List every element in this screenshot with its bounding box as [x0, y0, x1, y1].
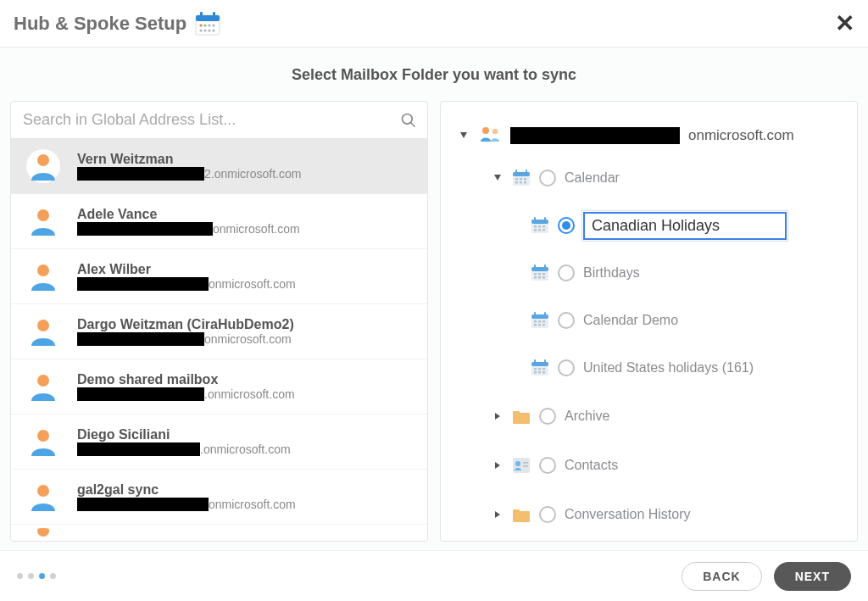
avatar [26, 528, 60, 541]
person-row[interactable]: Alex Wilber onmicrosoft.com [11, 249, 427, 304]
step-dot [39, 573, 45, 579]
avatar [26, 204, 60, 238]
person-email-domain: onmicrosoft.com [213, 222, 300, 236]
person-email-domain: onmicrosoft.com [209, 498, 296, 511]
search-bar [11, 102, 427, 139]
folder-node[interactable]: Contacts [458, 441, 840, 490]
people-icon [478, 125, 502, 147]
redacted-text [77, 498, 209, 511]
search-input[interactable] [21, 110, 400, 130]
folder-label: Contacts [565, 458, 618, 473]
person-row[interactable]: Demo shared mailbox .onmicrosoft.com [11, 359, 427, 415]
close-button[interactable]: ✕ [835, 9, 854, 37]
avatar [26, 314, 60, 348]
person-row[interactable]: Vern Weitzman 2.onmicrosoft.com [11, 139, 427, 194]
redacted-text [77, 277, 209, 291]
radio-button[interactable] [539, 170, 556, 186]
radio-button[interactable] [539, 408, 556, 425]
search-icon [400, 112, 417, 129]
calendar-icon [531, 264, 549, 282]
redacted-text [510, 127, 680, 144]
avatar [26, 480, 60, 514]
expander-icon[interactable] [492, 461, 504, 470]
folder-calendar[interactable]: Calendar [458, 154, 840, 202]
radio-button[interactable] [539, 506, 556, 523]
step-dot [17, 573, 23, 579]
person-email-domain: .onmicrosoft.com [200, 442, 291, 456]
redacted-text [77, 442, 200, 456]
folder-label: Conversation History [565, 507, 691, 522]
person-name: Diego Siciliani [77, 427, 291, 442]
account-node[interactable]: onmicrosoft.com [458, 117, 840, 154]
person-row[interactable]: Diego Siciliani .onmicrosoft.com [11, 415, 427, 470]
folder-icon [512, 407, 531, 426]
radio-button[interactable] [558, 312, 575, 329]
folder-label: Archive [565, 409, 609, 424]
radio-button[interactable] [539, 457, 556, 474]
folder-icon [512, 505, 531, 524]
folder-name-input[interactable] [583, 212, 787, 240]
person-email-domain: onmicrosoft.com [209, 277, 296, 291]
dialog-header: Hub & Spoke Setup ✕ [0, 0, 868, 47]
sub-calendar[interactable]: United States holidays (161) [458, 344, 840, 392]
next-button[interactable]: NEXT [774, 562, 851, 591]
avatar [26, 259, 60, 293]
person-row[interactable]: Dargo Weitzman (CiraHubDemo2) onmicrosof… [11, 304, 427, 359]
radio-button[interactable] [558, 264, 575, 281]
calendar-icon [531, 311, 549, 330]
person-row[interactable] [11, 525, 427, 541]
people-list: Vern Weitzman 2.onmicrosoft.com Adele Va… [11, 139, 427, 541]
step-dot [28, 573, 34, 579]
folder-label: Calendar Demo [583, 313, 678, 328]
folder-node[interactable]: Archive [458, 392, 840, 441]
folder-canadian-holidays[interactable] [458, 202, 840, 249]
person-name: gal2gal sync [77, 482, 296, 498]
dialog-title: Hub & Spoke Setup [14, 13, 186, 35]
account-domain: onmicrosoft.com [688, 127, 794, 144]
person-email-domain: 2.onmicrosoft.com [204, 167, 301, 181]
address-list-panel: Vern Weitzman 2.onmicrosoft.com Adele Va… [10, 101, 428, 542]
person-name: Vern Weitzman [77, 152, 301, 167]
step-instruction: Select Mailbox Folder you want to sync [0, 47, 868, 101]
folder-tree-panel: onmicrosoft.com Calendar B [440, 101, 858, 542]
folder-label: Birthdays [583, 265, 640, 281]
redacted-text [77, 167, 204, 181]
person-name: Alex Wilber [77, 262, 296, 277]
contacts-icon [512, 456, 531, 475]
person-name: Dargo Weitzman (CiraHubDemo2) [77, 317, 294, 332]
expander-icon[interactable] [492, 412, 504, 420]
back-button[interactable]: BACK [682, 562, 761, 591]
expander-icon[interactable] [458, 131, 470, 140]
folder-node[interactable]: Conversation History [458, 490, 840, 539]
sub-calendar[interactable]: Calendar Demo [458, 297, 840, 344]
radio-button[interactable] [558, 217, 575, 234]
avatar [26, 149, 60, 183]
svg-point-29 [403, 114, 413, 124]
avatar [26, 425, 60, 459]
sub-calendar[interactable]: Birthdays [458, 249, 840, 297]
folder-label: Calendar [565, 170, 620, 186]
person-email-domain: onmicrosoft.com [204, 332, 292, 346]
expander-icon[interactable] [492, 510, 504, 519]
avatar [26, 370, 60, 403]
person-row[interactable]: gal2gal sync onmicrosoft.com [11, 470, 427, 525]
folder-label: United States holidays (161) [583, 360, 754, 376]
person-row[interactable]: Adele Vance onmicrosoft.com [11, 194, 427, 249]
step-indicator [17, 573, 56, 579]
calendar-icon [195, 11, 220, 36]
person-name: Demo shared mailbox [77, 372, 295, 387]
redacted-text [77, 387, 204, 401]
step-dot [50, 573, 56, 579]
expander-icon[interactable] [492, 174, 504, 182]
person-name: Adele Vance [77, 207, 300, 222]
person-email-domain: .onmicrosoft.com [204, 387, 295, 401]
calendar-icon [531, 216, 549, 235]
calendar-icon [531, 359, 549, 377]
redacted-text [77, 332, 204, 346]
calendar-icon [512, 169, 531, 187]
redacted-text [77, 222, 213, 236]
wizard-footer: BACK NEXT [0, 550, 868, 601]
svg-line-30 [411, 122, 415, 126]
radio-button[interactable] [558, 359, 575, 376]
